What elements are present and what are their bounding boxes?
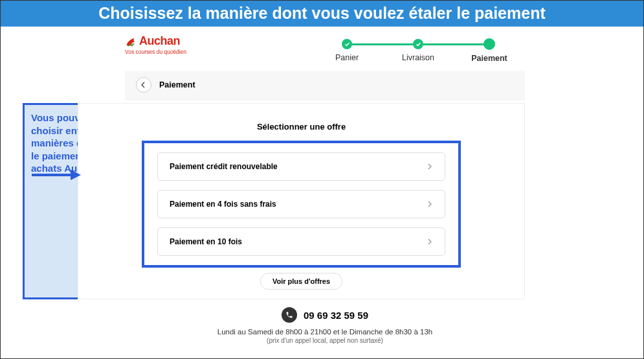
banner-title: Choisissez la manière dont vous voulez é… <box>98 4 546 22</box>
offer-10-fois[interactable]: Paiement en 10 fois <box>157 227 445 256</box>
contact-hours: Lundi au Samedi de 8h00 à 21h00 et le Di… <box>125 328 525 336</box>
back-button[interactable] <box>136 77 151 93</box>
offers-panel: Sélectionner une offre Paiement crédit r… <box>78 103 525 299</box>
breadcrumb-bar: Paiement <box>125 71 525 100</box>
instruction-banner: Choisissez la manière dont vous voulez é… <box>1 1 643 27</box>
chevron-right-icon <box>427 201 433 207</box>
chevron-right-icon <box>427 163 433 170</box>
brand-logo: Auchan Vos courses du quotidien <box>125 34 186 55</box>
contact-note: (prix d'un appel local, appel non surtax… <box>125 337 525 344</box>
arrow-left-icon <box>140 81 148 89</box>
brand-name: Auchan <box>139 34 180 48</box>
chevron-right-icon <box>427 238 433 245</box>
offer-highlight-box: Paiement crédit renouvelable Paiement en… <box>142 141 461 268</box>
auchan-bird-icon <box>125 35 138 48</box>
contact-footer: 09 69 32 59 59 Lundi au Samedi de 8h00 à… <box>7 307 637 344</box>
brand-tagline: Vos courses du quotidien <box>125 49 186 55</box>
checkout-stepper: Panier Livraison Paiement <box>311 38 525 63</box>
step-livraison[interactable]: Livraison <box>383 39 454 62</box>
phone-number: 09 69 32 59 59 <box>304 310 368 321</box>
offers-title: Sélectionner une offre <box>78 122 524 132</box>
offer-credit-renouvelable[interactable]: Paiement crédit renouvelable <box>157 152 445 181</box>
step-panier[interactable]: Panier <box>311 39 383 62</box>
breadcrumb-label: Paiement <box>159 80 195 89</box>
see-more-offers-button[interactable]: Voir plus d'offres <box>260 273 342 290</box>
phone-icon <box>282 307 297 323</box>
step-paiement[interactable]: Paiement <box>454 38 525 63</box>
pointer-arrow <box>30 168 82 184</box>
offer-4-fois-sans-frais[interactable]: Paiement en 4 fois sans frais <box>157 190 445 218</box>
